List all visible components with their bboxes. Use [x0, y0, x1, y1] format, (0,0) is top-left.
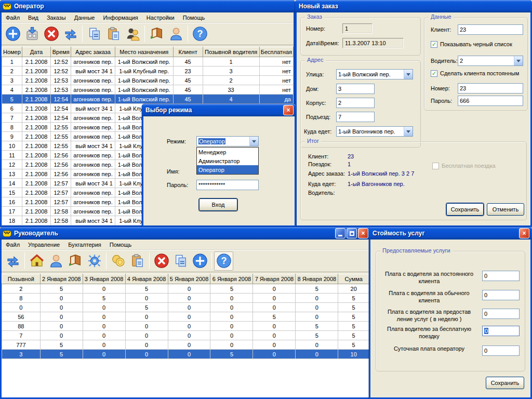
table-cell[interactable]: 0 — [210, 312, 253, 322]
table-cell[interactable]: 0 — [253, 340, 296, 350]
book-icon[interactable] — [65, 251, 85, 271]
services-close-icon[interactable]: × — [519, 228, 529, 238]
table-cell[interactable]: 6 — [2, 104, 22, 113]
drivers-table[interactable]: Позывной2 Января 20083 Января 20084 Янва… — [2, 274, 369, 359]
table-cell[interactable]: 0 — [125, 331, 168, 340]
mode-dialog-close-icon[interactable]: × — [283, 105, 294, 115]
table-cell[interactable]: 2.1.2008 — [22, 123, 50, 132]
table-cell[interactable]: 2.1.2008 — [22, 160, 50, 169]
table-row[interactable]: 42.1.200812:53агонников пер.1-ый Волжски… — [2, 85, 294, 95]
save-order-button[interactable]: Сохранить — [446, 203, 484, 216]
table-cell[interactable]: агонников пер. — [71, 197, 115, 207]
table-cell[interactable]: 5 — [338, 322, 369, 331]
column-header[interactable]: 6 Января 2008 — [210, 274, 253, 284]
table-cell[interactable]: 0 — [253, 284, 296, 294]
table-cell[interactable]: 12:55 — [51, 123, 71, 132]
login-button[interactable]: Вход — [199, 198, 237, 211]
table-row[interactable]: 000500005 — [2, 303, 369, 312]
table-cell[interactable]: агонников пер. — [71, 188, 115, 197]
table-cell[interactable]: агонников пер. — [71, 169, 115, 179]
table-cell[interactable]: 12:54 — [51, 95, 71, 104]
table-cell[interactable]: 0 — [2, 303, 41, 312]
menu-item-0[interactable]: Файл — [2, 13, 24, 22]
entrance-input[interactable]: 7 — [336, 112, 375, 122]
operator-titlebar[interactable]: Оператор — [0, 0, 295, 12]
service-fee-input[interactable]: 0 — [482, 345, 520, 356]
table-cell[interactable]: 2.1.2008 — [22, 113, 50, 123]
table-cell[interactable]: 1-ый Волжский пер. — [115, 76, 173, 85]
table-cell[interactable]: 0 — [210, 294, 253, 303]
save-services-button[interactable]: Сохранить — [486, 377, 524, 389]
table-cell[interactable]: 2.1.2008 — [22, 95, 50, 104]
service-fee-input[interactable]: 0 — [482, 290, 520, 300]
table-cell[interactable]: 12:53 — [51, 85, 71, 95]
street-combobox[interactable]: 1-ый Волжский пер. — [336, 69, 413, 79]
coins-icon[interactable] — [109, 251, 128, 271]
table-cell[interactable]: нет — [259, 66, 293, 76]
table-cell[interactable]: 5 — [338, 294, 369, 303]
table-cell[interactable]: 12:57 — [51, 179, 71, 188]
table-cell[interactable]: 0 — [83, 312, 125, 322]
table-cell[interactable]: 2.1.2008 — [22, 104, 50, 113]
column-header[interactable]: Дата — [22, 47, 50, 57]
table-cell[interactable]: 11 — [2, 151, 22, 160]
add-icon[interactable] — [190, 251, 209, 271]
book-icon[interactable] — [147, 24, 166, 44]
menu-item-2[interactable]: Бухгалтерия — [64, 240, 105, 249]
table-cell[interactable]: 0 — [168, 340, 210, 350]
table-cell[interactable]: 12:56 — [51, 160, 71, 169]
table-cell[interactable]: 45 — [173, 85, 203, 95]
table-cell[interactable]: 0 — [296, 340, 338, 350]
table-cell[interactable]: 2.1.2008 — [22, 207, 50, 216]
table-cell[interactable]: нет — [259, 76, 293, 85]
table-cell[interactable]: 45 — [173, 76, 203, 85]
table-cell[interactable]: нет — [259, 57, 293, 66]
table-cell[interactable]: 3 — [203, 66, 259, 76]
table-cell[interactable]: 0 — [210, 322, 253, 331]
table-cell[interactable]: 3 — [2, 350, 41, 359]
table-cell[interactable]: 0 — [168, 331, 210, 340]
table-cell[interactable]: 1 — [203, 57, 259, 66]
table-cell[interactable]: агонников пер. — [71, 160, 115, 169]
table-cell[interactable]: 0 — [296, 350, 338, 359]
menu-item-0[interactable]: Файл — [2, 240, 24, 249]
table-cell[interactable]: 2.1.2008 — [22, 85, 50, 95]
table-cell[interactable]: 0 — [296, 303, 338, 312]
add-icon[interactable] — [3, 24, 22, 44]
help-icon[interactable]: ? — [214, 251, 233, 271]
column-header[interactable]: Адрес заказа — [71, 47, 115, 57]
table-cell[interactable]: вый мост 34 1 — [71, 141, 115, 151]
table-cell[interactable]: 5 — [296, 331, 338, 340]
service-fee-input[interactable]: 0 — [482, 326, 520, 336]
table-cell[interactable]: 0 — [125, 322, 168, 331]
table-row[interactable]: 22.1.200812:52вый мост 34 11-ый Клубный … — [2, 66, 294, 76]
table-row[interactable]: 700000055 — [2, 331, 369, 340]
import-icon[interactable] — [22, 24, 42, 44]
column-header[interactable]: Место назначения — [115, 47, 173, 57]
table-cell[interactable]: 0 — [83, 331, 125, 340]
table-cell[interactable]: 2.1.2008 — [22, 141, 50, 151]
table-cell[interactable]: 0 — [168, 350, 210, 359]
table-cell[interactable]: агонников пер. — [71, 57, 115, 66]
swap-icon[interactable] — [61, 24, 80, 44]
password-input[interactable]: ************ — [196, 180, 259, 190]
mode-combobox-arrow-icon[interactable] — [249, 137, 258, 146]
copy-icon[interactable] — [85, 24, 104, 44]
table-row[interactable]: 52.1.200812:54агонников пер.1-ый Волжски… — [2, 95, 294, 104]
users-icon[interactable] — [123, 24, 142, 44]
mode-dialog-titlebar[interactable]: Выбор режима × — [142, 104, 296, 116]
table-cell[interactable]: агонников пер. — [71, 85, 115, 95]
table-cell[interactable]: 15 — [2, 188, 22, 197]
table-cell[interactable]: 0 — [296, 312, 338, 322]
menu-item-4[interactable]: Информация — [99, 13, 142, 22]
gear-icon[interactable] — [85, 251, 104, 271]
table-cell[interactable]: 12:53 — [51, 76, 71, 85]
table-cell[interactable]: агонников пер. — [71, 76, 115, 85]
table-cell[interactable]: 16 — [2, 197, 22, 207]
table-cell[interactable]: 12:57 — [51, 188, 71, 197]
table-cell[interactable]: 7 — [2, 113, 22, 123]
house-input[interactable]: 3 — [336, 84, 375, 94]
table-cell[interactable]: 5 — [40, 340, 83, 350]
table-cell[interactable]: 7 — [2, 331, 41, 340]
client-input[interactable]: 23 — [458, 24, 523, 35]
